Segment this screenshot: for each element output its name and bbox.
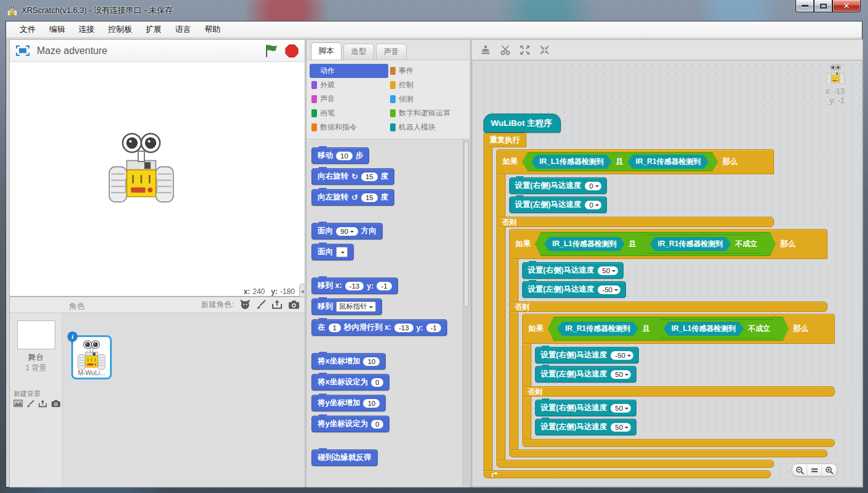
stop-button[interactable]: [285, 44, 299, 58]
palette-scrollbar[interactable]: [463, 140, 469, 486]
menu-board[interactable]: 控制板: [102, 22, 138, 37]
stage-thumbnail[interactable]: [17, 320, 55, 349]
set-right-motor-speed-block[interactable]: 设置(右侧)马达速度-50: [535, 347, 639, 363]
and-operator-block[interactable]: IR_R1传感器检测到 且 IR_L1传感器检测到 不成立: [548, 317, 789, 341]
set-left-motor-speed-block[interactable]: 设置(左侧)马达速度-50: [522, 281, 626, 298]
tab-scripts[interactable]: 脚本: [311, 42, 342, 60]
menu-help[interactable]: 帮助: [198, 22, 227, 37]
category-侦测[interactable]: 侦测: [388, 92, 467, 106]
script-stack[interactable]: WuLiBot 主程序 重复执行 如果 IR_L1传感: [483, 114, 771, 478]
palette-block[interactable]: 将x坐标增加10: [311, 353, 386, 370]
speed-dropdown[interactable]: 0: [585, 201, 601, 209]
if-else-block-2[interactable]: 如果 IR_L1传感器检测到 且 IR_R1传感器检测到 不成立: [509, 229, 827, 457]
green-flag-button[interactable]: [264, 44, 279, 58]
shrink-icon[interactable]: [539, 45, 550, 55]
paint-new-sprite-icon[interactable]: [256, 300, 266, 309]
script-canvas[interactable]: x: -13 y: -1 WuLiBot 主程序 重复执行: [472, 60, 862, 487]
menu-file[interactable]: 文件: [14, 22, 42, 37]
minimize-button[interactable]: [796, 0, 814, 12]
palette-block[interactable]: 将x坐标设定为0: [311, 374, 389, 390]
palette-block[interactable]: 向左旋转↺15度: [311, 189, 394, 206]
number-input[interactable]: -13: [345, 282, 364, 290]
sensor-ir-r1-block[interactable]: IR_R1传感器检测到: [628, 155, 709, 169]
fullscreen-icon[interactable]: [16, 45, 29, 56]
and-operator-block[interactable]: IR_L1传感器检测到 且 IR_R1传感器检测到: [522, 152, 718, 171]
set-left-motor-speed-block[interactable]: 设置(左侧)马达速度50: [535, 366, 636, 382]
new-sprite-library-icon[interactable]: [240, 299, 251, 310]
palette-block[interactable]: 向右旋转↻15度: [311, 168, 394, 185]
zoom-in-button[interactable]: [822, 464, 837, 476]
upload-backdrop-icon[interactable]: [38, 400, 47, 408]
number-input[interactable]: 0: [371, 378, 383, 387]
menu-edit[interactable]: 编辑: [43, 22, 71, 37]
set-left-motor-speed-block[interactable]: 设置(左侧)马达速度50: [535, 419, 636, 435]
number-input[interactable]: 15: [361, 193, 378, 202]
palette-block[interactable]: 将y坐标设定为0: [311, 416, 389, 432]
menu-dropdown[interactable]: 鼠标指针: [336, 301, 376, 312]
stage-canvas[interactable]: [10, 62, 305, 287]
number-input[interactable]: -13: [394, 324, 413, 332]
sensor-ir-r1-block[interactable]: IR_R1传感器检测到: [650, 237, 731, 251]
speed-dropdown[interactable]: 50: [598, 266, 618, 275]
category-动作[interactable]: 动作: [310, 64, 388, 78]
grow-icon[interactable]: [520, 45, 530, 55]
category-声音[interactable]: 声音: [310, 92, 388, 106]
sprite-info-icon[interactable]: i: [68, 332, 77, 341]
if-else-block-3[interactable]: 如果 IR_R1传感器检测到 且 IR_L1传感器检测到: [522, 314, 835, 447]
number-input[interactable]: -1: [426, 324, 441, 332]
number-input[interactable]: 10: [363, 357, 380, 366]
scissors-icon[interactable]: [500, 45, 510, 55]
not-operator-block[interactable]: IR_R1传感器检测到 不成立: [641, 235, 767, 254]
number-input[interactable]: 0: [371, 420, 383, 429]
set-left-motor-speed-block[interactable]: 设置(左侧)马达速度0: [509, 196, 607, 213]
category-机器人模块[interactable]: 机器人模块: [388, 120, 467, 134]
palette-block[interactable]: 面向: [311, 244, 354, 260]
speed-dropdown[interactable]: -50: [598, 285, 620, 294]
tab-sounds[interactable]: 声音: [376, 44, 407, 60]
sensor-ir-l1-block[interactable]: IR_L1传感器检测到: [531, 155, 612, 169]
number-input[interactable]: 10: [363, 399, 380, 408]
palette-block[interactable]: 碰到边缘就反弹: [311, 449, 378, 466]
palette-scrollbar-thumb[interactable]: [464, 141, 469, 307]
dropdown-input[interactable]: 90: [336, 227, 358, 236]
speed-dropdown[interactable]: 0: [585, 182, 601, 190]
number-input[interactable]: 1: [329, 324, 341, 332]
palette-block[interactable]: 移到 x:-13y:-1: [311, 278, 398, 294]
tab-costumes[interactable]: 造型: [343, 44, 374, 60]
palette-block[interactable]: 面向90方向: [311, 223, 383, 239]
palette-block[interactable]: 移动10步: [311, 147, 369, 164]
maximize-button[interactable]: [814, 0, 832, 12]
menu-language[interactable]: 语言: [169, 22, 197, 37]
category-控制[interactable]: 控制: [388, 78, 467, 92]
category-画笔[interactable]: 画笔: [310, 106, 388, 120]
speed-dropdown[interactable]: -50: [611, 351, 633, 360]
if-else-block-1[interactable]: 如果 IR_L1传感器检测到 且 IR_R1传感器检测到 那么: [496, 149, 774, 468]
category-数字和逻辑运算[interactable]: 数字和逻辑运算: [388, 106, 467, 120]
number-input[interactable]: 15: [361, 173, 378, 181]
paint-backdrop-icon[interactable]: [26, 400, 34, 408]
and-operator-block[interactable]: IR_L1传感器检测到 且 IR_R1传感器检测到 不成立: [535, 232, 776, 256]
close-button[interactable]: ✕: [832, 0, 861, 12]
speed-dropdown[interactable]: 50: [611, 404, 631, 413]
sprite-card-mwulibot[interactable]: i M-WuLi...: [71, 335, 112, 379]
speed-dropdown[interactable]: 50: [611, 423, 631, 432]
camera-sprite-icon[interactable]: [288, 300, 300, 309]
zoom-reset-button[interactable]: [807, 464, 822, 476]
camera-backdrop-icon[interactable]: [51, 400, 61, 408]
number-input[interactable]: 10: [336, 152, 353, 160]
speed-dropdown[interactable]: 50: [611, 370, 631, 379]
stage-sprite-wulibot[interactable]: [108, 133, 174, 205]
set-right-motor-speed-block[interactable]: 设置(右侧)马达速度50: [535, 400, 636, 416]
set-right-motor-speed-block[interactable]: 设置(右侧)马达速度50: [522, 262, 624, 279]
sensor-ir-r1-block[interactable]: IR_R1传感器检测到: [557, 322, 638, 336]
upload-sprite-icon[interactable]: [272, 300, 283, 309]
category-外观[interactable]: 外观: [310, 78, 388, 92]
hat-block-wulibot-main[interactable]: WuLiBot 主程序: [483, 114, 561, 133]
project-title[interactable]: Maze adventure: [37, 45, 264, 56]
title-bar[interactable]: XRScratch(v1.6.3) - 没有连接串口 - 未保存 ✕: [0, 0, 868, 21]
palette-block[interactable]: 在1秒内滑行到 x:-13y:-1: [311, 319, 447, 336]
sensor-ir-l1-block[interactable]: IR_L1传感器检测到: [544, 237, 625, 251]
palette-block[interactable]: 移到鼠标指针: [311, 298, 382, 315]
category-数据和指令[interactable]: 数据和指令: [310, 120, 388, 134]
forever-block[interactable]: 重复执行 如果 IR_L1传感器检测到 且 IR: [483, 133, 771, 478]
